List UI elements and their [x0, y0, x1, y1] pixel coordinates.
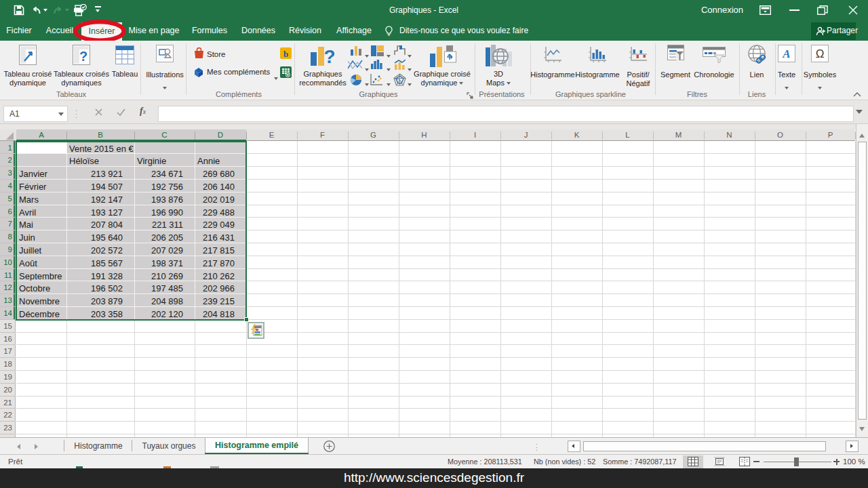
svg-text:Ω: Ω [816, 47, 825, 60]
svg-text:?: ? [323, 46, 335, 67]
svg-text:?: ? [79, 49, 87, 64]
svg-text:b: b [283, 49, 288, 59]
svg-text:A: A [782, 47, 790, 60]
